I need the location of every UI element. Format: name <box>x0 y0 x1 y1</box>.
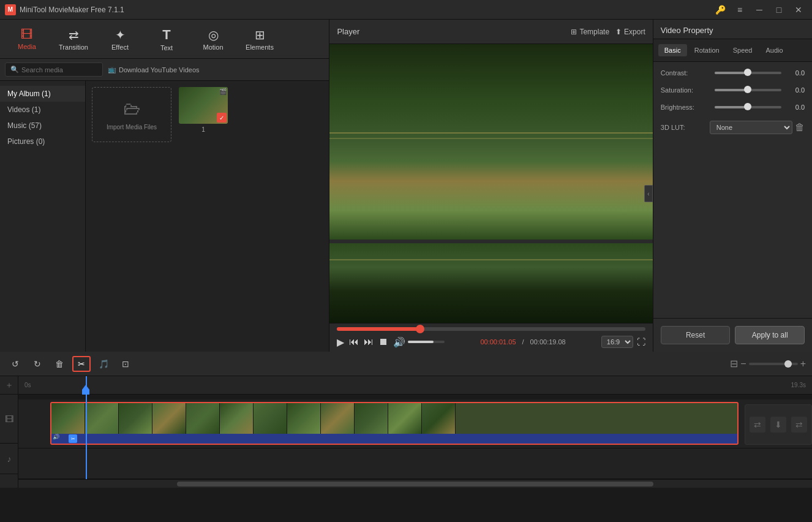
ruler-end: 19.3s <box>791 382 806 388</box>
video-track: 🔊 ✂ ⇄ ⬇ ⇄ <box>18 399 812 448</box>
volume-fill <box>408 341 434 343</box>
sidebar-item-videos[interactable]: Videos (1) <box>0 102 85 118</box>
export-label: Export <box>624 28 645 36</box>
play-button[interactable]: ▶ <box>337 336 344 348</box>
slot-btn-2[interactable]: ⬇ <box>770 417 786 433</box>
left-panel: 🎞 Media ⇄ Transition ✦ Effect T Text ◎ <box>0 20 329 352</box>
zoom-minus-button[interactable]: − <box>740 358 746 369</box>
brightness-slider[interactable] <box>715 106 781 108</box>
saturation-label: Saturation: <box>661 86 710 94</box>
lut-delete-button[interactable]: 🗑 <box>795 122 805 133</box>
aspect-ratio-select[interactable]: 16:9 4:3 1:1 9:16 <box>601 336 633 348</box>
tab-basic[interactable]: Basic <box>658 44 687 56</box>
brightness-value: 0.0 <box>786 104 805 111</box>
clip-frame-11 <box>388 403 422 434</box>
undo-button[interactable]: ↺ <box>6 356 24 372</box>
sidebar-item-my-album[interactable]: My Album (1) <box>0 86 85 102</box>
player-controls: ▶ ⏮ ⏭ ⏹ 🔊 00:00:01.05 / 00:00:19.08 <box>329 323 652 352</box>
toolbar-text[interactable]: T Text <box>145 23 189 55</box>
video-frame-bottom <box>329 243 652 323</box>
prev-button[interactable]: ⏮ <box>349 336 359 347</box>
close-button[interactable]: ✕ <box>790 3 807 17</box>
controls-row: ▶ ⏮ ⏭ ⏹ 🔊 00:00:01.05 / 00:00:19.08 <box>337 336 645 348</box>
transition-label: Transition <box>59 44 88 51</box>
toolbar-media[interactable]: 🎞 Media <box>5 23 49 55</box>
contrast-fill <box>715 72 748 74</box>
toolbar-transition[interactable]: ⇄ Transition <box>51 23 96 55</box>
ruler-start: 0s <box>24 382 31 388</box>
next-button[interactable]: ⏭ <box>364 336 374 347</box>
toolbar-effect[interactable]: ✦ Effect <box>98 23 142 55</box>
import-placeholder[interactable]: 🗁 Import Media Files <box>92 87 171 142</box>
media-thumb-1[interactable]: 🎬 ✓ 1 <box>179 87 228 142</box>
toolbar-elements[interactable]: ⊞ Elements <box>238 23 282 55</box>
zoom-controls: ⊟ − + <box>730 358 806 369</box>
add-track-icon[interactable]: ＋ <box>0 376 18 395</box>
saturation-slider[interactable] <box>715 89 781 91</box>
cut-button[interactable]: ✂ <box>72 356 91 372</box>
zoom-plus-button[interactable]: + <box>800 358 806 369</box>
brightness-row: Brightness: 0.0 <box>661 104 805 111</box>
volume-button[interactable]: 🔊 <box>393 336 405 348</box>
video-thumbnail[interactable]: 🎬 ✓ <box>179 87 228 124</box>
progress-bar[interactable] <box>337 327 645 331</box>
audio-detach-button[interactable]: 🎵 <box>94 356 113 372</box>
delete-button[interactable]: 🗑 <box>50 356 69 372</box>
clip-frame-12 <box>422 403 456 434</box>
redo-button[interactable]: ↻ <box>28 356 47 372</box>
playhead-marker <box>82 385 89 395</box>
apply-to-all-button[interactable]: Apply to all <box>735 326 805 344</box>
fullscreen-button[interactable]: ⛶ <box>637 337 645 347</box>
menu-button[interactable]: ≡ <box>731 3 748 17</box>
text-label: Text <box>160 44 173 51</box>
slot-btn-3[interactable]: ⇄ <box>791 417 807 433</box>
motion-label: Motion <box>203 44 223 51</box>
timeline-scrollbar[interactable] <box>18 479 812 488</box>
minimize-button[interactable]: ─ <box>751 3 768 17</box>
right-panel: ‹ Video Property Basic Rotation Speed Au… <box>653 20 812 352</box>
export-button[interactable]: ⬆ Export <box>615 28 645 36</box>
stop-button[interactable]: ⏹ <box>378 336 388 347</box>
volume-slider[interactable] <box>408 341 445 343</box>
h-scrollbar-thumb[interactable] <box>177 482 653 486</box>
fit-icon[interactable]: ⊟ <box>730 358 738 369</box>
template-button[interactable]: ⊞ Template <box>571 28 609 36</box>
video-clip[interactable]: 🔊 ✂ <box>50 402 739 445</box>
contrast-value: 0.0 <box>786 69 805 77</box>
video-file-icon: 🎬 <box>219 88 227 95</box>
contrast-label: Contrast: <box>661 69 710 77</box>
download-youtube-button[interactable]: 📺 Download YouTube Videos <box>108 66 200 74</box>
key-button[interactable]: 🔑 <box>712 3 729 17</box>
clip-frame-2 <box>85 403 119 434</box>
music-track <box>18 448 812 479</box>
timeline-right-controls: ⊟ − + <box>730 358 806 369</box>
media-content: 🗁 Import Media Files 🎬 ✓ 1 <box>86 81 329 352</box>
tab-rotation[interactable]: Rotation <box>688 44 726 56</box>
zoom-thumb <box>784 360 792 368</box>
reset-button[interactable]: Reset <box>661 326 731 344</box>
clip-frame-6 <box>220 403 254 434</box>
zoom-slider[interactable] <box>749 363 798 365</box>
sidebar-item-pictures[interactable]: Pictures (0) <box>0 134 85 149</box>
maximize-button[interactable]: □ <box>770 3 788 17</box>
road-line-1 <box>329 132 652 134</box>
slot-btn-1[interactable]: ⇄ <box>750 417 765 433</box>
clip-frame-3 <box>119 403 152 434</box>
collapse-button[interactable]: ‹ <box>644 185 653 202</box>
toolbar-motion[interactable]: ◎ Motion <box>191 23 235 55</box>
contrast-thumb <box>744 69 751 76</box>
clip-frame-5 <box>186 403 220 434</box>
sidebar-item-music[interactable]: Music (57) <box>0 118 85 134</box>
contrast-slider[interactable] <box>715 72 781 74</box>
progress-thumb[interactable] <box>416 325 424 333</box>
property-content: Contrast: 0.0 Saturation: 0.0 <box>653 62 812 318</box>
saturation-value: 0.0 <box>786 86 805 94</box>
tab-audio[interactable]: Audio <box>759 44 789 56</box>
crop-button[interactable]: ⊡ <box>116 356 135 372</box>
lut-select[interactable]: None <box>710 121 792 134</box>
import-media-box[interactable]: 🗁 Import Media Files <box>92 87 171 142</box>
motion-icon: ◎ <box>208 28 219 42</box>
clip-frame-10 <box>355 403 388 434</box>
tab-speed[interactable]: Speed <box>727 44 759 56</box>
search-input[interactable] <box>21 66 95 74</box>
